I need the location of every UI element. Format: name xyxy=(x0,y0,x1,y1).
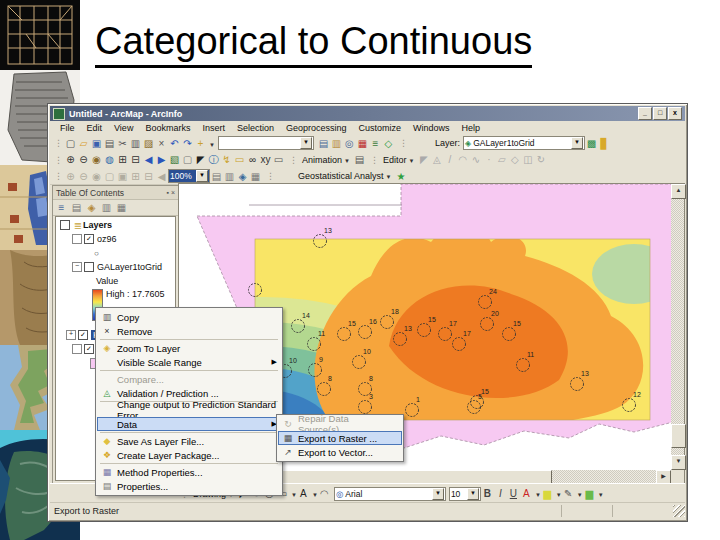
line-color-icon[interactable]: ✎ xyxy=(562,487,575,500)
close-button[interactable]: x xyxy=(668,107,682,120)
undo-icon[interactable]: ↶ xyxy=(168,137,181,150)
cut-icon[interactable]: ✂ xyxy=(116,137,129,150)
iso-checkbox[interactable]: ✓ xyxy=(84,344,94,354)
layout-zoom-out-icon[interactable]: ⊖ xyxy=(77,170,90,183)
new-document-icon[interactable]: ▢ xyxy=(64,137,77,150)
font-color-icon[interactable]: A xyxy=(520,487,533,500)
full-extent-icon[interactable]: ◍ xyxy=(103,153,116,166)
clear-selection-icon[interactable]: ▢ xyxy=(181,153,194,166)
layout-zoom-in-icon[interactable]: ⊕ xyxy=(64,170,77,183)
resize-grip[interactable] xyxy=(673,505,685,517)
layout-zoom-whole-page-icon[interactable]: ▢ xyxy=(103,170,116,183)
paste-icon[interactable]: ▨ xyxy=(142,137,155,150)
fixed-zoom-in-icon[interactable]: ⊞ xyxy=(116,153,129,166)
font-combo[interactable]: ◎ Arial▼ xyxy=(334,487,446,501)
toc-header[interactable]: Table Of Contents ▪ × xyxy=(53,186,178,200)
toc-layer-galayer1togrid[interactable]: − GALayer1toGrid xyxy=(56,261,175,273)
toolbar-grip[interactable]: ⋮ xyxy=(266,171,274,181)
reshape-icon[interactable]: ◇ xyxy=(508,153,521,166)
context-menu-data[interactable]: Data▶ xyxy=(97,417,281,431)
animation-film-icon[interactable]: ▤ xyxy=(353,153,366,166)
ga-explore-icon[interactable]: ▩ xyxy=(585,137,598,150)
print-icon[interactable]: ▤ xyxy=(103,137,116,150)
menu-windows[interactable]: Windows xyxy=(407,122,456,134)
copy-icon[interactable]: ▥ xyxy=(129,137,142,150)
redo-icon[interactable]: ↷ xyxy=(181,137,194,150)
menu-insert[interactable]: Insert xyxy=(196,122,231,134)
vertical-scrollbar[interactable]: ▲ ▼ xyxy=(671,184,684,470)
toolbar-grip[interactable]: ⋮ xyxy=(370,155,378,165)
toc-pin-icon[interactable]: ▪ × xyxy=(166,189,175,196)
toolbar-grip[interactable]: ⋮ xyxy=(54,171,62,181)
map-scale-combo[interactable]: ▼ xyxy=(218,136,314,150)
context-menu-visible-scale-range[interactable]: Visible Scale Range▶ xyxy=(97,355,281,369)
list-by-source-icon[interactable]: ▤ xyxy=(70,201,83,214)
forward-icon[interactable]: ▶ xyxy=(155,153,168,166)
menu-view[interactable]: View xyxy=(108,122,139,134)
combo-arrow-icon[interactable]: ▼ xyxy=(196,170,208,182)
combo-arrow-icon[interactable]: ▼ xyxy=(571,137,583,149)
pan-icon[interactable]: ◉ xyxy=(90,153,103,166)
change-layout-icon[interactable]: ◈ xyxy=(236,170,249,183)
menu-selection[interactable]: Selection xyxy=(231,122,280,134)
layout-pan-icon[interactable]: ◉ xyxy=(90,170,103,183)
menu-help[interactable]: Help xyxy=(456,122,487,134)
modelbuilder-icon[interactable]: ◇ xyxy=(382,137,395,150)
midpoint-icon[interactable]: · xyxy=(482,153,495,166)
layers-checkbox[interactable] xyxy=(60,220,70,230)
fixed-zoom-out-icon[interactable]: ⊟ xyxy=(129,153,142,166)
toc-layers-root[interactable]: ≣ Layers xyxy=(56,219,175,231)
maximize-button[interactable]: □ xyxy=(653,107,667,120)
bold-button[interactable]: B xyxy=(481,487,494,500)
context-menu-change-output-to-prediction-standard-error[interactable]: Change output to Prediction Standard Err… xyxy=(97,403,281,417)
menu-file[interactable]: File xyxy=(54,122,81,134)
expander-icon[interactable] xyxy=(72,344,82,354)
context-menu-method-properties[interactable]: ▦Method Properties... xyxy=(97,465,281,479)
context-menu-compare[interactable]: Compare... xyxy=(97,372,281,386)
curve-tool-icon[interactable]: ◠ xyxy=(318,487,331,500)
underline-button[interactable]: U xyxy=(507,487,520,500)
context-menu-properties[interactable]: ▤Properties... xyxy=(97,479,281,493)
font-size-combo[interactable]: 10▼ xyxy=(449,487,481,501)
context-menu-zoom-to-layer[interactable]: ◈Zoom To Layer xyxy=(97,341,281,355)
html-popup-icon[interactable]: ▭ xyxy=(233,153,246,166)
python-icon[interactable]: ≡ xyxy=(369,137,382,150)
editor-menu[interactable]: Editor▼ xyxy=(383,155,414,165)
toolbar-grip[interactable]: ⋮ xyxy=(289,155,297,165)
fill-color-icon[interactable]: ▆ xyxy=(583,487,596,500)
straight-segment-icon[interactable]: / xyxy=(443,153,456,166)
context-menu-remove[interactable]: ×Remove xyxy=(97,324,281,338)
layout-zoom-combo[interactable]: 100%▼ xyxy=(168,169,210,183)
minimize-button[interactable]: _ xyxy=(638,107,652,120)
edit-annotation-icon[interactable]: ◬ xyxy=(430,153,443,166)
go-to-xy-icon[interactable]: xy xyxy=(259,153,272,166)
geostatistical-analyst-icon[interactable]: ★ xyxy=(395,170,408,183)
catalog-window-icon[interactable]: ▥ xyxy=(330,137,343,150)
edit-tool-icon[interactable]: ◤ xyxy=(417,153,430,166)
back-icon[interactable]: ◀ xyxy=(142,153,155,166)
menu-geoprocessing[interactable]: Geoprocessing xyxy=(280,122,353,134)
layout-fixed-zoom-out-icon[interactable]: ⊟ xyxy=(142,170,155,183)
animation-menu[interactable]: Animation▼ xyxy=(302,155,350,165)
viewer-window-icon[interactable]: ▭ xyxy=(272,153,285,166)
toolbar-grip[interactable]: ⋮ xyxy=(54,155,62,165)
combo-arrow-icon[interactable]: ▼ xyxy=(300,137,312,149)
combo-arrow-icon[interactable]: ▼ xyxy=(467,488,479,500)
context-menu-save-as-layer-file[interactable]: ◆Save As Layer File... xyxy=(97,434,281,448)
table-of-contents-icon[interactable]: ▤ xyxy=(317,137,330,150)
context-menu-validation-prediction[interactable]: ◬Validation / Prediction ... xyxy=(97,386,281,400)
scroll-down-button[interactable]: ▼ xyxy=(671,455,686,470)
scroll-up-button[interactable]: ▲ xyxy=(671,184,686,199)
layout-zoom-100-icon[interactable]: ▣ xyxy=(116,170,129,183)
italic-button[interactable]: I xyxy=(494,487,507,500)
toc-layer-oz96[interactable]: ✓ oz96 xyxy=(56,233,175,245)
ga-layer-combo[interactable]: ◈ GALayer1toGrid▼ xyxy=(463,136,585,150)
text-tool-icon[interactable]: A xyxy=(297,487,310,500)
hyperlink-icon[interactable]: ↯ xyxy=(220,153,233,166)
expand-icon[interactable]: + xyxy=(66,330,76,340)
window-titlebar[interactable]: Untitled - ArcMap - ArcInfo _ □ x xyxy=(50,106,685,121)
list-by-selection-icon[interactable]: ▥ xyxy=(100,201,113,214)
menu-bookmarks[interactable]: Bookmarks xyxy=(139,122,196,134)
search-window-icon[interactable]: ◎ xyxy=(343,137,356,150)
combo-arrow-icon[interactable]: ▼ xyxy=(432,488,444,500)
